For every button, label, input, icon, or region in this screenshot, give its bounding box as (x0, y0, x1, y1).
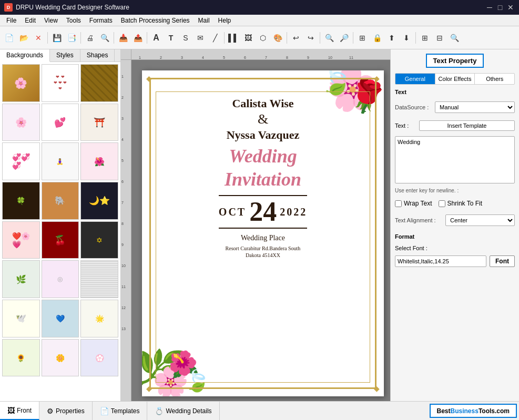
bg-item[interactable]: 🍒 (42, 221, 79, 259)
bg-item[interactable] (80, 64, 118, 102)
menu-formats[interactable]: Formats (85, 16, 117, 25)
tb-preview[interactable]: 🔍 (98, 31, 111, 45)
bottom-tab-wedding-details[interactable]: 💍 Wedding Details (147, 402, 219, 420)
bg-item[interactable]: 💮 (80, 339, 118, 377)
tb-move-front[interactable]: ⬆ (385, 31, 399, 45)
menu-tools[interactable]: Tools (62, 16, 85, 25)
tb-email[interactable]: ✉ (194, 31, 207, 45)
maximize-button[interactable]: □ (496, 3, 504, 12)
tb-print[interactable]: 🖨 (83, 31, 97, 45)
tb-align[interactable]: ⊞ (418, 31, 432, 45)
menu-file[interactable]: File (2, 16, 21, 25)
tb-textbox[interactable]: T (164, 31, 178, 45)
tb-lock[interactable]: 🔒 (370, 31, 384, 45)
tb-barcode[interactable]: ▌▌ (227, 31, 240, 45)
bg-item[interactable]: ❤️🌸💗 (2, 221, 40, 259)
ruler-mark: 6 (244, 56, 246, 59)
insert-template-btn[interactable]: Insert Template (419, 120, 515, 131)
font-button[interactable]: Font (490, 255, 515, 267)
prop-tab-general[interactable]: General (395, 74, 435, 84)
shrink-checkbox[interactable]: Shrink To Fit (439, 200, 482, 207)
left-panel: Backgrounds Styles Shapes 🌸 ❤ ❤ ❤ ❤ ❤ ❤ (0, 49, 121, 401)
font-row: Font (395, 255, 515, 267)
bg-item[interactable]: 🌟 (80, 300, 118, 337)
menu-help[interactable]: Help (214, 16, 236, 25)
minimize-button[interactable]: ─ (485, 3, 494, 12)
tab-styles[interactable]: Styles (50, 49, 80, 62)
tb-zoom-in[interactable]: 🔍 (322, 31, 336, 45)
datasource-select[interactable]: Manual Database Excel (435, 101, 515, 113)
menu-edit[interactable]: Edit (21, 16, 40, 25)
tb-import[interactable]: 📥 (116, 31, 130, 45)
ruler-mark-v: 5 (121, 159, 124, 162)
tb-new[interactable]: 📄 (2, 31, 16, 45)
bg-item[interactable]: 🧘‍♀️ (42, 142, 79, 180)
tb-close[interactable]: ✕ (32, 31, 45, 45)
bg-item[interactable]: ◎ (42, 260, 79, 298)
menu-batch[interactable]: Batch Processing Series (117, 16, 194, 25)
datasource-row: DataSource : Manual Database Excel (395, 101, 515, 113)
tab-shapes[interactable]: Shapes (80, 49, 115, 62)
bg-item[interactable]: ✡ (80, 221, 118, 259)
tb-undo[interactable]: ↩ (289, 31, 303, 45)
bg-item[interactable]: 🌸 (2, 104, 40, 141)
bg-item[interactable]: 💕 (42, 104, 79, 141)
tb-redo[interactable]: ↪ (304, 31, 318, 45)
prop-tab-color[interactable]: Color Effects (435, 74, 475, 84)
tb-shape[interactable]: ⬡ (256, 31, 270, 45)
bg-item[interactable]: 🍀 (2, 182, 40, 220)
bg-item[interactable] (80, 260, 118, 298)
close-button[interactable]: ✕ (506, 3, 515, 12)
tb-move-back[interactable]: ⬇ (400, 31, 413, 45)
panel-tabs: Backgrounds Styles Shapes (0, 49, 120, 62)
tb-saveas[interactable]: 📑 (65, 31, 78, 45)
ruler-mark-v: 11 (121, 285, 126, 289)
menu-mail[interactable]: Mail (194, 16, 214, 25)
bg-item[interactable]: 💙 (42, 300, 79, 337)
bottom-tab-front[interactable]: 🖼 Front (0, 402, 39, 420)
tb-arc[interactable]: S (179, 31, 192, 45)
tb-zoom[interactable]: 🔍 (447, 31, 461, 45)
font-value-input[interactable] (395, 255, 486, 267)
ruler-mark: 9 (307, 56, 309, 59)
wrap-text-checkbox[interactable]: Wrap Text (395, 200, 432, 207)
bg-item[interactable]: 🌻 (2, 339, 40, 377)
canvas-container: 1 2 3 4 5 6 7 8 9 10 11 1 2 3 4 5 6 (121, 49, 390, 401)
tb-save[interactable]: 💾 (50, 31, 64, 45)
tb-image[interactable]: 🖼 (241, 31, 255, 45)
tb-distribute[interactable]: ⊟ (433, 31, 446, 45)
corner-tl: ◆ (146, 75, 152, 82)
design-canvas[interactable]: 🌸 🌹 🍃 🌿 🌸 🌺 🍃 ◆ ◆ ◆ ◆ (142, 70, 384, 396)
bottom-tab-properties[interactable]: ⚙ Properties (39, 402, 93, 420)
bg-item[interactable]: 🌺 (80, 142, 118, 180)
tb-clip[interactable]: 🎨 (271, 31, 284, 45)
prop-tab-others[interactable]: Others (475, 74, 514, 84)
alignment-select[interactable]: Left Center Right Justify (445, 214, 515, 226)
shrink-input[interactable] (439, 200, 445, 207)
bg-item[interactable]: 🌼 (42, 339, 79, 377)
bg-item[interactable]: 🌿 (2, 260, 40, 298)
wrap-text-input[interactable] (395, 200, 402, 207)
ruler-mark-v: 10 (121, 264, 126, 268)
bg-item[interactable]: 🕊️ (2, 300, 40, 337)
datasource-label: DataSource : (395, 104, 432, 110)
bg-item[interactable]: 🌙⭐ (80, 182, 118, 220)
bg-item[interactable]: 🐘 (42, 182, 79, 220)
tb-text[interactable]: A (149, 31, 163, 45)
tb-export[interactable]: 📤 (131, 31, 145, 45)
bg-item[interactable]: 💞💞💞 (2, 142, 40, 180)
tb-open[interactable]: 📂 (17, 31, 30, 45)
tb-grid[interactable]: ⊞ (355, 31, 369, 45)
watermark[interactable]: BestBusinessTools.com (430, 404, 517, 418)
menu-view[interactable]: View (40, 16, 62, 25)
tb-line[interactable]: ╱ (208, 31, 222, 45)
card-address1: Resort Curabitur Rd.Bandera South (168, 244, 358, 252)
bg-item[interactable]: ⛩️ (80, 104, 118, 141)
app-title: DRPU Wedding Card Designer Software (16, 4, 482, 11)
bottom-tab-templates[interactable]: 📄 Templates (93, 402, 148, 420)
tb-zoom-out[interactable]: 🔎 (337, 31, 351, 45)
text-textarea[interactable]: Wedding (395, 136, 515, 183)
bg-item[interactable]: ❤ ❤ ❤ ❤ ❤ ❤ (42, 64, 79, 102)
tab-backgrounds[interactable]: Backgrounds (0, 49, 50, 62)
bg-item[interactable]: 🌸 (2, 64, 40, 102)
